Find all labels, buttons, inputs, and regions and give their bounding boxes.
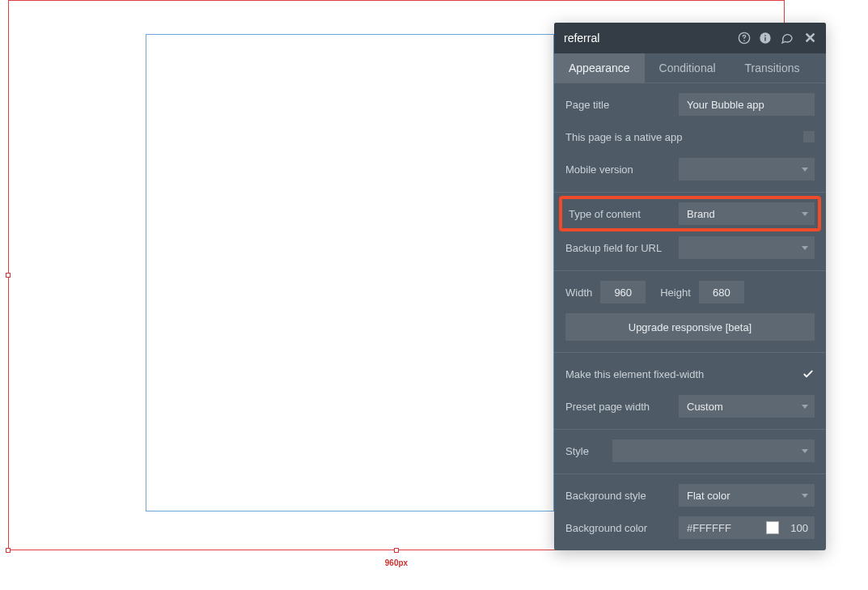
- height-input[interactable]: [699, 281, 744, 303]
- chevron-down-icon: [802, 212, 808, 216]
- info-icon[interactable]: [759, 32, 772, 45]
- color-swatch[interactable]: [766, 521, 779, 534]
- page-title-input[interactable]: [679, 93, 815, 116]
- type-of-content-label: Type of content: [565, 208, 671, 220]
- panel-title: referral: [564, 32, 599, 45]
- tab-bar: Appearance Conditional Transitions: [554, 53, 826, 83]
- tab-appearance[interactable]: Appearance: [554, 53, 645, 83]
- group-element-outline[interactable]: [146, 34, 554, 511]
- highlight-box: Type of content Brand: [559, 196, 821, 231]
- bg-style-value: Flat color: [687, 490, 730, 502]
- backup-url-label: Backup field for URL: [565, 242, 671, 254]
- bg-color-label: Background color: [565, 522, 671, 534]
- width-input[interactable]: [600, 281, 646, 303]
- check-icon: [802, 367, 815, 380]
- close-icon[interactable]: ✕: [804, 29, 816, 47]
- property-editor-panel: referral ✕ Appearance Conditional Transi…: [554, 23, 826, 550]
- panel-header[interactable]: referral ✕: [554, 23, 826, 53]
- bg-color-control[interactable]: #FFFFFF 100: [679, 516, 815, 539]
- preset-width-select[interactable]: Custom: [679, 395, 815, 418]
- type-of-content-value: Brand: [687, 208, 715, 220]
- bg-style-select[interactable]: Flat color: [679, 484, 815, 507]
- fixed-width-label: Make this element fixed-width: [565, 368, 794, 380]
- svg-point-1: [743, 40, 745, 42]
- preset-width-label: Preset page width: [565, 401, 671, 413]
- native-app-label: This page is a native app: [565, 131, 795, 143]
- comment-icon[interactable]: [780, 32, 794, 45]
- preset-width-value: Custom: [687, 401, 723, 413]
- height-label: Height: [660, 287, 691, 299]
- width-label: Width: [565, 287, 592, 299]
- bg-color-hex: #FFFFFF: [687, 522, 760, 534]
- help-icon[interactable]: [738, 32, 751, 45]
- chevron-down-icon: [802, 246, 808, 250]
- resize-handle-bottom[interactable]: [394, 548, 399, 553]
- resize-handle-left[interactable]: [6, 273, 11, 278]
- chevron-down-icon: [802, 168, 808, 172]
- type-of-content-select[interactable]: Brand: [679, 202, 815, 225]
- page-title-label: Page title: [565, 99, 671, 111]
- backup-url-select[interactable]: [679, 236, 815, 259]
- tab-transitions[interactable]: Transitions: [730, 53, 815, 83]
- chevron-down-icon: [802, 405, 808, 409]
- chevron-down-icon: [802, 494, 808, 498]
- style-label: Style: [565, 445, 598, 457]
- style-select[interactable]: [612, 439, 815, 462]
- svg-point-4: [764, 35, 766, 36]
- mobile-version-select[interactable]: [679, 158, 815, 180]
- resize-handle-bottom-left[interactable]: [6, 548, 11, 553]
- tab-conditional[interactable]: Conditional: [645, 53, 730, 83]
- bg-style-label: Background style: [565, 490, 671, 502]
- mobile-version-label: Mobile version: [565, 163, 671, 176]
- bg-color-opacity: 100: [785, 522, 808, 534]
- native-app-checkbox[interactable]: [803, 131, 815, 142]
- chevron-down-icon: [802, 449, 808, 453]
- svg-rect-3: [764, 37, 765, 41]
- page-width-label: 960px: [372, 558, 421, 567]
- upgrade-responsive-button[interactable]: Upgrade responsive [beta]: [565, 313, 815, 341]
- fixed-width-checkbox[interactable]: [802, 367, 815, 380]
